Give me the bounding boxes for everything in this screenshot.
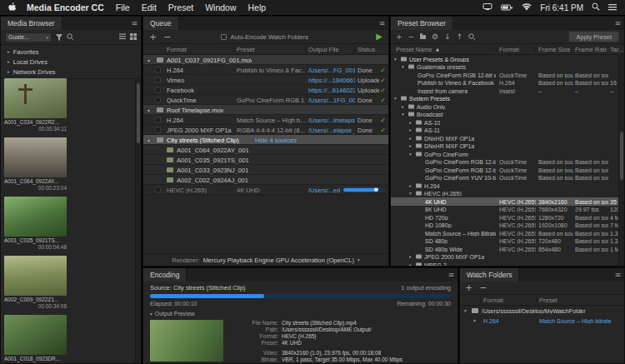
- menu-help[interactable]: Help: [242, 2, 272, 12]
- output-format[interactable]: JPEG 2000 MXF OP1a: [167, 126, 233, 133]
- queue-source-row[interactable]: A001_C033_0923NJ_001: [143, 165, 388, 175]
- preset-row[interactable]: GoPro CineForm YUV 10-bitQuickTimeBased …: [391, 174, 624, 182]
- column-header-status[interactable]: Status: [358, 46, 375, 53]
- chevron-right-icon[interactable]: ▸: [409, 120, 412, 125]
- preset-row[interactable]: GoPro CineForm RGB 12-bit with alpha at.…: [391, 166, 624, 174]
- preset-row[interactable]: ▾GoPro CineForm: [391, 150, 624, 158]
- media-clip[interactable]: A001_C035_0921TS...00:00:04:48: [4, 197, 67, 251]
- panel-menu-icon[interactable]: ≡: [612, 17, 624, 30]
- preset-row[interactable]: Match Source – High BitrateHEVC (H.265)B…: [391, 229, 624, 237]
- chevron-down-icon[interactable]: ▾: [394, 57, 397, 62]
- preset-row[interactable]: Ingest from cameraIngest–––: [391, 87, 624, 95]
- menu-app-name[interactable]: Media Encoder CC: [21, 2, 110, 12]
- panel-menu-icon[interactable]: ≡: [128, 17, 141, 30]
- preset-row[interactable]: ▸DNxHD MXF OP1a: [391, 134, 624, 142]
- chevron-right-icon[interactable]: ▸: [409, 262, 412, 267]
- tab-preset-browser[interactable]: Preset Browser: [391, 17, 453, 30]
- output-preset[interactable]: 4K UHD: [237, 186, 305, 193]
- output-format[interactable]: QuickTime: [167, 96, 233, 103]
- preset-row[interactable]: ▸DNxHR MXF OP1a: [391, 142, 624, 151]
- notification-center-icon[interactable]: [608, 2, 617, 12]
- column-header-preset[interactable]: Preset: [539, 297, 558, 304]
- panel-menu-icon[interactable]: ≡: [376, 17, 388, 30]
- output-file-link[interactable]: /Users/...elapse_1.mxf: [308, 126, 355, 133]
- tree-item-favorites[interactable]: ▸Favorites: [1, 47, 141, 57]
- filter-icon[interactable]: [56, 34, 62, 41]
- preset-row[interactable]: HD 720pHEVC (H.265)1280x720Based on sour…: [391, 213, 624, 222]
- chevron-down-icon[interactable]: ▾: [402, 112, 404, 117]
- preset-row[interactable]: ▸AS-11: [391, 127, 624, 135]
- preset-row[interactable]: ▾Broadcast: [391, 111, 624, 119]
- column-header-preset-name[interactable]: Preset Name: [396, 46, 432, 53]
- output-preset[interactable]: Publish to Vimeo & Fac...: [237, 66, 305, 73]
- tab-encoding[interactable]: Encoding: [143, 268, 187, 282]
- output-toggle[interactable]: [155, 117, 161, 122]
- chevron-down-icon[interactable]: ▾: [464, 308, 467, 313]
- column-header-frame-size[interactable]: Frame Size: [538, 46, 570, 53]
- output-format[interactable]: H.264: [167, 116, 233, 123]
- spotlight-icon[interactable]: [592, 2, 600, 12]
- display-icon[interactable]: [482, 2, 492, 12]
- preset-row[interactable]: SD 480pHEVC (H.265)720x480Based on sourc…: [391, 237, 624, 246]
- menu-edit[interactable]: Edit: [136, 2, 162, 12]
- menu-preset[interactable]: Preset: [162, 2, 199, 12]
- output-file-link[interactable]: https://...184066142: [308, 76, 355, 83]
- media-path-dropdown[interactable]: Guate...▾: [5, 32, 52, 42]
- preset-row[interactable]: 8K UHDHEVC (H.265)7680x432029.97 fps120 …: [391, 206, 624, 214]
- menubar-clock[interactable]: Fri 6:41 PM: [540, 3, 583, 12]
- delete-preset-button[interactable]: −: [408, 33, 415, 41]
- tree-item-network-drives[interactable]: ▸Network Drives: [1, 67, 141, 77]
- tab-queue[interactable]: Queue: [143, 17, 179, 30]
- menu-window[interactable]: Window: [199, 2, 242, 12]
- column-header-preset[interactable]: Preset: [237, 46, 255, 53]
- column-header-tar[interactable]: Tar...: [610, 46, 623, 53]
- battery-icon[interactable]: [501, 2, 513, 12]
- apply-preset-button[interactable]: Apply Preset: [568, 31, 619, 42]
- media-browser-scrollbar[interactable]: [135, 78, 141, 363]
- chevron-down-icon[interactable]: ▾: [473, 318, 476, 323]
- output-file-link[interactable]: https://...614602283: [308, 86, 355, 93]
- queue-output-row[interactable]: QuickTimeGoPro CineForm RGB 1.../Users/.…: [143, 95, 388, 105]
- search-icon[interactable]: [67, 33, 74, 41]
- queue-output-row[interactable]: JPEG 2000 MXF OP1aRGBA 4:4:4:4 12-bit (8…: [143, 125, 388, 135]
- output-file-link[interactable]: /Users/...FG_001_1.mp4: [308, 66, 355, 73]
- preset-row[interactable]: ▾HEVC (H.265): [391, 190, 624, 198]
- auto-encode-checkbox[interactable]: Auto-Encode Watch Folders: [221, 33, 308, 41]
- hide-sources-link[interactable]: Hide 4 sources: [255, 136, 297, 143]
- preset-row[interactable]: 4K UHDHEVC (H.265)3840x2160Based on sour…: [391, 197, 624, 206]
- chevron-right-icon[interactable]: ▸: [409, 136, 412, 141]
- tab-media-browser[interactable]: Media Browser: [1, 17, 62, 30]
- preset-search-icon[interactable]: [468, 33, 476, 41]
- queue-source-row[interactable]: A001_C035_0921TS_001: [143, 155, 388, 165]
- media-clip[interactable]: A002_C009_0922Z1...00:00:34:06: [4, 256, 67, 310]
- output-preset[interactable]: RGBA 4:4:4:4 12-bit (8...: [237, 126, 305, 133]
- output-format[interactable]: Facebook: [167, 86, 233, 93]
- preset-row[interactable]: ▸AS-10: [391, 118, 624, 127]
- chevron-right-icon[interactable]: ▸: [402, 104, 404, 109]
- queue-output-row[interactable]: H.264Match Source – High b.../Users/...i…: [143, 115, 388, 125]
- wifi-icon[interactable]: [522, 2, 532, 12]
- tab-watch-folders[interactable]: Watch Folders: [460, 268, 519, 282]
- chevron-right-icon[interactable]: ▸: [409, 127, 412, 132]
- queue-source-row[interactable]: A001_C064_0922AY_001: [143, 145, 388, 155]
- chevron-right-icon[interactable]: ▸: [409, 254, 412, 259]
- chevron-down-icon[interactable]: ▾: [409, 191, 412, 196]
- chevron-down-icon[interactable]: ▾: [148, 57, 150, 62]
- preset-row[interactable]: ▾System Presets: [391, 95, 624, 103]
- queue-output-row[interactable]: H.264Publish to Vimeo & Fac.../Users/...…: [143, 65, 388, 75]
- preset-row[interactable]: ▸JPEG 2000 MXF OP1a: [391, 253, 624, 262]
- output-preset[interactable]: Match Source – High b...: [237, 116, 305, 123]
- renderer-dropdown[interactable]: Mercury Playback Engine GPU Acceleration…: [203, 257, 354, 264]
- output-format[interactable]: HEVC (H.265): [167, 186, 233, 193]
- list-view-icon[interactable]: [119, 33, 126, 42]
- column-header-format[interactable]: Format: [167, 46, 187, 53]
- media-clip[interactable]: A001_C034_0922R2...00:00:34:11: [4, 78, 67, 132]
- chevron-down-icon[interactable]: ▾: [409, 152, 412, 157]
- output-toggle[interactable]: [155, 127, 161, 132]
- remove-source-button[interactable]: −: [163, 32, 171, 42]
- panel-menu-icon[interactable]: ≡: [612, 268, 624, 282]
- output-toggle[interactable]: [155, 87, 161, 92]
- watch-output-format[interactable]: H.264: [483, 318, 499, 324]
- chevron-down-icon[interactable]: ▾: [148, 137, 150, 142]
- output-preview-toggle[interactable]: ▾ Output Preview: [150, 310, 451, 317]
